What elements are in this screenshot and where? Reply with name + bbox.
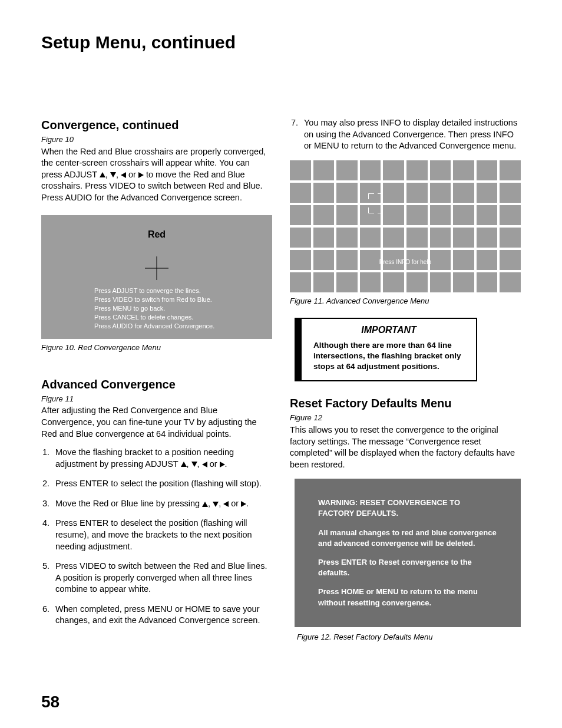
figure-11-box: Press INFO for help [290, 160, 521, 292]
right-column: You may also press INFO to display detai… [290, 117, 521, 654]
important-header: IMPORTANT [313, 324, 464, 337]
arrow-left-icon [202, 462, 207, 467]
convergence-grid [290, 160, 521, 292]
flashing-bracket-icon [378, 193, 384, 199]
page-number: 58 [41, 693, 59, 711]
advanced-intro: After adjusting the Red Convergence and … [41, 405, 272, 440]
arrow-down-icon [213, 502, 219, 507]
arrow-down-icon [110, 172, 116, 177]
step-3-pre: Move the Red or Blue line by pressing [55, 499, 202, 508]
important-body: Although there are more than 64 line int… [313, 340, 464, 373]
figure-12-caption: Figure 12. Reset Factory Defaults Menu [297, 632, 521, 643]
fig10-line: Press CANCEL to delete changes. [94, 313, 260, 322]
arrow-up-icon [100, 172, 105, 177]
convergence-body: When the Red and Blue crosshairs are pro… [41, 146, 272, 204]
figure-10-caption: Figure 10. Red Convergence Menu [41, 342, 272, 353]
arrow-right-icon [220, 462, 225, 467]
fig10-line: Press ADJUST to converge the lines. [94, 286, 260, 295]
left-column: Convergence, continued Figure 10 When th… [41, 117, 272, 654]
figref-10: Figure 10 [41, 134, 272, 145]
fig12-p4: Press HOME or MENU to return to the menu… [318, 587, 497, 608]
step-5: Press VIDEO to switch between the Red an… [41, 561, 272, 595]
advanced-steps: Move the flashing bracket to a position … [41, 447, 272, 627]
arrow-down-icon [191, 462, 197, 467]
flashing-bracket-icon [368, 193, 374, 199]
step-3: Move the Red or Blue line by pressing , … [41, 498, 272, 510]
fig10-line: Press AUDIO for Advanced Convergence. [94, 322, 260, 331]
arrow-left-icon [223, 501, 229, 507]
fig12-warning: WARNING: RESET CONVERGENCE TO FACTORY DE… [318, 498, 497, 519]
heading-reset: Reset Factory Defaults Menu [290, 396, 521, 411]
crosshair-icon [145, 256, 168, 280]
advanced-steps-cont: You may also press INFO to display detai… [290, 117, 521, 152]
heading-advanced: Advanced Convergence [41, 377, 272, 393]
arrow-right-icon [241, 501, 246, 507]
figure-10-box: Red Press ADJUST to converge the lines. … [41, 215, 272, 339]
important-callout: IMPORTANT Although there are more than 6… [295, 318, 477, 381]
arrow-up-icon [202, 502, 208, 507]
fig12-p3: Press ENTER to Reset convergence to the … [318, 557, 497, 578]
figure-12-box: WARNING: RESET CONVERGENCE TO FACTORY DE… [295, 479, 521, 627]
step-1: Move the flashing bracket to a position … [41, 447, 272, 470]
fig10-line: Press MENU to go back. [94, 304, 260, 313]
figref-12: Figure 12 [290, 413, 521, 423]
flashing-bracket-icon [368, 207, 374, 213]
figref-11: Figure 11 [41, 394, 272, 404]
arrow-left-icon [121, 172, 126, 178]
flashing-bracket-icon [378, 207, 384, 213]
arrow-up-icon [181, 462, 187, 467]
step-1-post: . [225, 459, 227, 469]
figure-11-caption: Figure 11. Advanced Convergence Menu [290, 296, 521, 307]
fig12-p2: All manual changes to red and blue conve… [318, 528, 497, 549]
heading-convergence: Convergence, continued [41, 117, 272, 133]
fig10-instructions: Press ADJUST to converge the lines. Pres… [94, 286, 260, 330]
step-7: You may also press INFO to display detai… [290, 117, 521, 152]
step-2: Press ENTER to select the position (flas… [41, 478, 272, 490]
fig10-red-label: Red [41, 228, 272, 241]
fig10-line: Press VIDEO to switch from Red to Blue. [94, 295, 260, 304]
step-3-post: . [246, 499, 249, 508]
step-6: When completed, press MENU or HOME to sa… [41, 604, 272, 627]
reset-body: This allows you to reset the convergence… [290, 424, 521, 470]
arrow-right-icon [138, 172, 144, 178]
step-1-pre: Move the flashing bracket to a position … [55, 447, 234, 469]
content-columns: Convergence, continued Figure 10 When th… [41, 117, 521, 654]
step-4: Press ENTER to deselect the position (fl… [41, 518, 272, 552]
page-title: Setup Menu, continued [41, 32, 521, 52]
